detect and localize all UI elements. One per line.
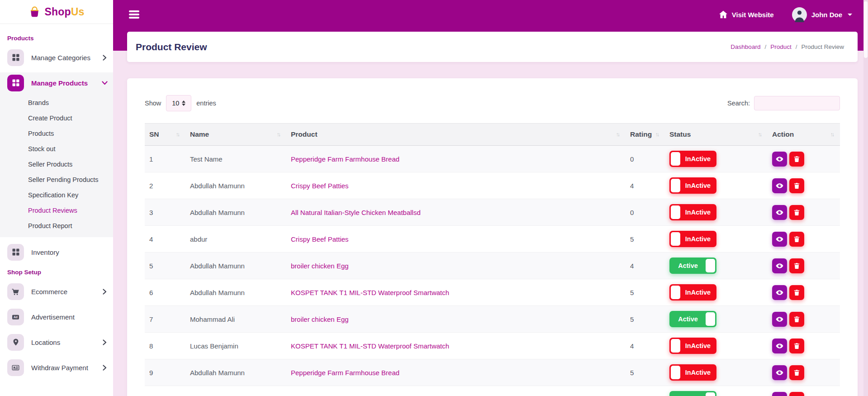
delete-button[interactable] — [789, 392, 804, 396]
submenu-item-brands[interactable]: Brands — [28, 95, 113, 110]
page-size-select[interactable]: 10 — [166, 95, 191, 111]
status-toggle[interactable]: InActive — [669, 364, 716, 381]
submenu-item-specification-key[interactable]: Specification Key — [28, 187, 113, 203]
trash-icon — [793, 289, 801, 296]
sort-icon: ↑↓ — [655, 131, 660, 138]
delete-button[interactable] — [789, 205, 804, 220]
view-button[interactable] — [772, 258, 787, 273]
submenu-item-seller-products[interactable]: Seller Products — [28, 157, 113, 172]
rating-cell: 5 — [626, 359, 665, 386]
view-button[interactable] — [772, 152, 787, 167]
column-header-product[interactable]: Product↑↓ — [286, 124, 626, 146]
status-toggle[interactable]: InActive — [669, 284, 716, 301]
delete-button[interactable] — [789, 178, 804, 193]
product-link[interactable]: broiler chicken Egg — [291, 315, 349, 323]
menu-toggle-button[interactable] — [128, 9, 140, 20]
column-header-sn[interactable]: SN↑↓ — [145, 124, 185, 146]
delete-button[interactable] — [789, 312, 804, 327]
view-button[interactable] — [772, 232, 787, 247]
status-toggle[interactable]: InActive — [669, 338, 716, 354]
sort-icon: ↑↓ — [616, 131, 621, 138]
status-toggle[interactable]: Active — [669, 391, 716, 396]
page-scrollbar[interactable] — [863, 0, 868, 396]
sn-cell: 2 — [145, 172, 185, 199]
sidebar-item-ecommerce[interactable]: Ecommerce — [0, 281, 113, 302]
status-label: InActive — [675, 369, 711, 376]
product-link[interactable]: KOSPET TANK T1 MIL-STD Waterproof Smartw… — [291, 289, 449, 296]
eye-icon — [775, 288, 784, 297]
status-toggle[interactable]: Active — [669, 258, 716, 274]
delete-button[interactable] — [789, 365, 804, 380]
delete-button[interactable] — [789, 339, 804, 353]
submenu-item-product-report[interactable]: Product Report — [28, 218, 113, 234]
sidebar-item-withdraw-payment[interactable]: Withdraw Payment — [0, 357, 113, 378]
table-row: 1 Test Name Pepperidge Farm Farmhouse Br… — [145, 146, 840, 172]
show-label: Show — [145, 100, 161, 107]
view-button[interactable] — [772, 339, 787, 353]
scrollbar-thumb[interactable] — [864, 1, 868, 58]
user-menu[interactable]: John Doe — [792, 7, 852, 22]
submenu-item-product-reviews[interactable]: Product Reviews — [28, 203, 113, 218]
search-control: Search: — [727, 96, 840, 110]
breadcrumb-current: Product Review — [801, 43, 844, 50]
delete-button[interactable] — [789, 152, 804, 167]
shopping-bag-icon — [28, 6, 41, 18]
sn-cell — [145, 386, 185, 396]
sidebar-item-manage-products[interactable]: Manage Products — [0, 72, 113, 93]
eye-icon — [775, 155, 784, 163]
view-button[interactable] — [772, 178, 787, 193]
product-link[interactable]: broiler chicken Egg — [291, 262, 349, 270]
delete-button[interactable] — [789, 285, 804, 300]
column-header-action[interactable]: Action↑↓ — [768, 124, 840, 146]
name-cell: Mohammad Ali — [185, 306, 286, 333]
product-link[interactable]: Crispy Beef Patties — [291, 235, 349, 243]
breadcrumb-link-product[interactable]: Product — [770, 43, 792, 50]
status-toggle[interactable]: Active — [669, 311, 716, 327]
grid-icon — [7, 75, 24, 91]
status-toggle[interactable]: InActive — [669, 151, 716, 167]
status-toggle[interactable]: InActive — [669, 177, 716, 194]
column-header-status[interactable]: Status↑↓ — [665, 124, 768, 146]
eye-icon — [775, 235, 784, 243]
view-button[interactable] — [772, 205, 787, 220]
column-header-rating[interactable]: Rating↑↓ — [626, 124, 665, 146]
breadcrumb-link-dashboard[interactable]: Dashboard — [730, 43, 760, 50]
submenu-item-create-product[interactable]: Create Product — [28, 110, 113, 126]
view-button[interactable] — [772, 365, 787, 380]
submenu-item-products[interactable]: Products — [28, 126, 113, 141]
product-link[interactable]: Crispy Beef Patties — [291, 182, 349, 190]
trash-icon — [793, 262, 801, 270]
row-actions — [772, 339, 835, 353]
product-link[interactable]: KOSPET TANK T1 MIL-STD Waterproof Smartw… — [291, 342, 449, 350]
view-button[interactable] — [772, 312, 787, 327]
table-header-row: SN↑↓Name↑↓Product↑↓Rating↑↓Status↑↓Actio… — [145, 124, 840, 146]
sidebar-item-inventory[interactable]: Inventory — [0, 242, 113, 262]
eye-icon — [775, 342, 784, 350]
location-pin-icon — [7, 334, 24, 351]
delete-button[interactable] — [789, 232, 804, 247]
submenu-item-stock-out[interactable]: Stock out — [28, 141, 113, 157]
column-header-name[interactable]: Name↑↓ — [185, 124, 286, 146]
sidebar-item-manage-categories[interactable]: Manage Categories — [0, 47, 113, 68]
visit-website-link[interactable]: Visit Website — [719, 10, 774, 19]
toggle-knob — [671, 232, 680, 246]
search-input[interactable] — [754, 96, 840, 110]
shopus-logo[interactable]: ShopUs — [0, 0, 113, 24]
delete-button[interactable] — [789, 258, 804, 273]
sidebar-item-locations[interactable]: Locations — [0, 332, 113, 353]
status-toggle[interactable]: InActive — [669, 231, 716, 247]
row-actions — [772, 205, 835, 220]
view-button[interactable] — [772, 392, 787, 396]
name-cell: abdur — [185, 226, 286, 253]
status-toggle[interactable]: InActive — [669, 204, 716, 220]
view-button[interactable] — [772, 285, 787, 300]
product-link[interactable]: All Natural Italian-Style Chicken Meatba… — [291, 209, 421, 216]
product-link[interactable]: Pepperidge Farm Farmhouse Bread — [291, 369, 399, 377]
name-cell: Test Name — [185, 146, 286, 172]
product-link[interactable]: Pepperidge Farm Farmhouse Bread — [291, 155, 399, 163]
sidebar-item-advertisement[interactable]: Ad Advertisement — [0, 306, 113, 327]
name-cell: Abdullah Mamunn — [185, 199, 286, 226]
payment-card-icon — [7, 359, 24, 376]
row-actions — [772, 392, 835, 396]
submenu-item-seller-pending-products[interactable]: Seller Pending Products — [28, 172, 113, 187]
